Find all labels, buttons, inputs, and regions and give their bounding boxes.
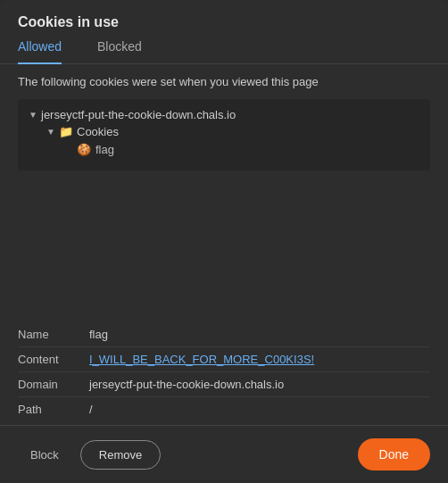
dialog-title: Cookies in use bbox=[0, 0, 448, 30]
footer-left-buttons: Block Remove bbox=[18, 440, 161, 470]
tab-bar: Allowed Blocked bbox=[0, 30, 448, 64]
detail-row-path: Path / bbox=[18, 397, 430, 421]
cookie-tree: ▼ jerseyctf-put-the-cookie-down.chals.io… bbox=[18, 99, 430, 171]
name-label: Name bbox=[18, 328, 89, 341]
folder-label: Cookies bbox=[77, 125, 119, 138]
content-label: Content bbox=[18, 353, 89, 366]
detail-row-content: Content I_WILL_BE_BACK_FOR_MORE_C00KI3S! bbox=[18, 347, 430, 372]
folder-icon: 📁 bbox=[59, 125, 73, 138]
name-value: flag bbox=[89, 328, 430, 341]
detail-row-domain: Domain jerseyctf-put-the-cookie-down.cha… bbox=[18, 372, 430, 397]
cookie-tree-section: ▼ jerseyctf-put-the-cookie-down.chals.io… bbox=[0, 99, 448, 315]
description-text: The following cookies were set when you … bbox=[0, 64, 448, 99]
block-button[interactable]: Block bbox=[18, 440, 71, 470]
domain-label-detail: Domain bbox=[18, 378, 89, 391]
domain-node[interactable]: ▼ jerseyctf-put-the-cookie-down.chals.io bbox=[27, 106, 421, 123]
path-value: / bbox=[89, 403, 430, 416]
content-value[interactable]: I_WILL_BE_BACK_FOR_MORE_C00KI3S! bbox=[89, 353, 430, 366]
domain-label: jerseyctf-put-the-cookie-down.chals.io bbox=[41, 108, 236, 121]
domain-value: jerseyctf-put-the-cookie-down.chals.io bbox=[89, 378, 430, 391]
domain-arrow-icon: ▼ bbox=[27, 109, 39, 121]
footer: Block Remove Done bbox=[0, 425, 448, 483]
done-button[interactable]: Done bbox=[358, 438, 430, 471]
cookie-name-label: flag bbox=[95, 143, 114, 156]
remove-button[interactable]: Remove bbox=[80, 440, 161, 470]
cookie-node[interactable]: 🍪 flag bbox=[77, 140, 421, 159]
tab-allowed[interactable]: Allowed bbox=[18, 30, 62, 64]
cookies-dialog: Cookies in use Allowed Blocked The follo… bbox=[0, 0, 448, 483]
detail-row-name: Name flag bbox=[18, 322, 430, 347]
path-label: Path bbox=[18, 403, 89, 416]
folder-arrow-icon: ▼ bbox=[45, 126, 57, 138]
folder-node[interactable]: ▼ 📁 Cookies bbox=[45, 123, 421, 140]
cookie-icon: 🍪 bbox=[77, 143, 91, 156]
tab-blocked[interactable]: Blocked bbox=[97, 30, 142, 64]
details-section: Name flag Content I_WILL_BE_BACK_FOR_MOR… bbox=[0, 315, 448, 425]
